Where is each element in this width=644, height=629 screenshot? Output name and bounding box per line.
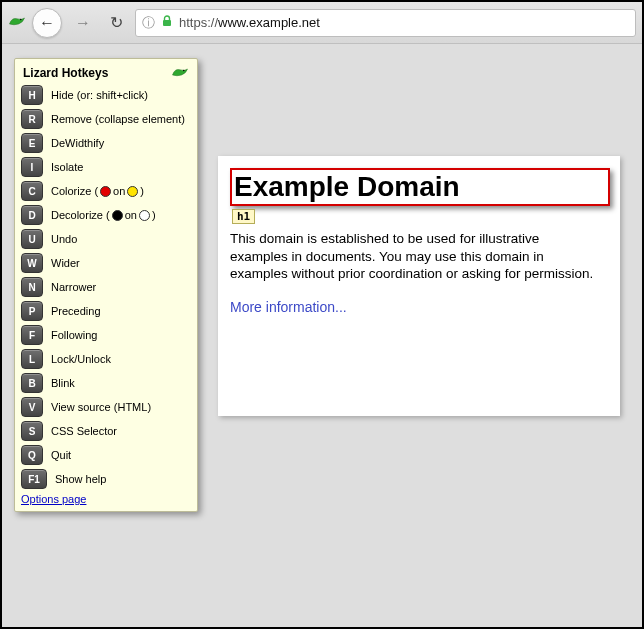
hotkey-key[interactable]: D — [21, 205, 43, 225]
hotkey-label: Hide (or: shift+click) — [51, 89, 148, 101]
info-icon: ⓘ — [142, 14, 155, 32]
hotkey-key[interactable]: C — [21, 181, 43, 201]
url-text: https://www.example.net — [179, 15, 320, 30]
hotkey-label: Blink — [51, 377, 75, 389]
arrow-left-icon: ← — [39, 15, 55, 31]
hotkey-key[interactable]: P — [21, 301, 43, 321]
hotkey-row: SCSS Selector — [21, 421, 191, 441]
hotkey-row: CColorize ( on ) — [21, 181, 191, 201]
more-information-link[interactable]: More information... — [230, 299, 347, 315]
hotkey-label: Quit — [51, 449, 71, 461]
hotkey-row: IIsolate — [21, 157, 191, 177]
hotkey-row: HHide (or: shift+click) — [21, 85, 191, 105]
options-page-link[interactable]: Options page — [21, 493, 86, 505]
selected-h1[interactable]: Example Domain — [230, 168, 610, 206]
hotkey-key[interactable]: N — [21, 277, 43, 297]
lock-icon — [161, 15, 173, 30]
hotkey-row: WWider — [21, 253, 191, 273]
browser-toolbar: ← → ↻ ⓘ https://www.example.net — [2, 2, 642, 44]
hotkey-key[interactable]: V — [21, 397, 43, 417]
hotkey-row: QQuit — [21, 445, 191, 465]
hotkey-label: Colorize ( on ) — [51, 185, 144, 197]
hotkey-key[interactable]: F1 — [21, 469, 47, 489]
back-button[interactable]: ← — [32, 8, 62, 38]
page-paragraph: This domain is established to be used fo… — [230, 230, 600, 283]
hotkey-key[interactable]: H — [21, 85, 43, 105]
yellow-dot-icon — [127, 186, 138, 197]
hotkey-label: Undo — [51, 233, 77, 245]
hotkey-row: VView source (HTML) — [21, 397, 191, 417]
svg-rect-1 — [163, 20, 171, 26]
hotkey-label: Decolorize ( on ) — [51, 209, 156, 221]
hotkey-label: Show help — [55, 473, 106, 485]
hotkey-label: DeWidthify — [51, 137, 104, 149]
hotkey-label: CSS Selector — [51, 425, 117, 437]
svg-point-0 — [20, 18, 22, 20]
page-viewport: Lizard Hotkeys HHide (or: shift+click)RR… — [2, 44, 642, 627]
hotkey-label: Following — [51, 329, 97, 341]
arrow-right-icon: → — [75, 15, 91, 31]
hotkey-label: Lock/Unlock — [51, 353, 111, 365]
hotkey-row: FFollowing — [21, 325, 191, 345]
hotkey-list: HHide (or: shift+click)RRemove (collapse… — [21, 85, 191, 489]
address-bar[interactable]: ⓘ https://www.example.net — [135, 9, 636, 37]
hotkey-key[interactable]: R — [21, 109, 43, 129]
hotkey-key[interactable]: E — [21, 133, 43, 153]
hotkey-key[interactable]: F — [21, 325, 43, 345]
hotkey-row: LLock/Unlock — [21, 349, 191, 369]
panel-header: Lizard Hotkeys — [21, 63, 191, 85]
lizard-icon — [171, 65, 189, 81]
hotkey-key[interactable]: Q — [21, 445, 43, 465]
lizard-hotkeys-panel: Lizard Hotkeys HHide (or: shift+click)RR… — [14, 58, 198, 512]
hotkey-row: PPreceding — [21, 301, 191, 321]
hotkey-row: NNarrower — [21, 277, 191, 297]
panel-title: Lizard Hotkeys — [23, 66, 108, 80]
hotkey-label: Isolate — [51, 161, 83, 173]
hotkey-label: Remove (collapse element) — [51, 113, 185, 125]
hotkey-key[interactable]: W — [21, 253, 43, 273]
white-dot-icon — [139, 210, 150, 221]
hotkey-key[interactable]: B — [21, 373, 43, 393]
hotkey-row: RRemove (collapse element) — [21, 109, 191, 129]
hotkey-label: Preceding — [51, 305, 101, 317]
hotkey-row: BBlink — [21, 373, 191, 393]
hotkey-key[interactable]: L — [21, 349, 43, 369]
hotkey-key[interactable]: U — [21, 229, 43, 249]
black-dot-icon — [112, 210, 123, 221]
hotkey-row: UUndo — [21, 229, 191, 249]
browser-window: ← → ↻ ⓘ https://www.example.net Lizard H… — [0, 0, 644, 629]
hotkey-key[interactable]: I — [21, 157, 43, 177]
hotkey-row: DDecolorize ( on ) — [21, 205, 191, 225]
hotkey-row: F1Show help — [21, 469, 191, 489]
page-content: Example Domain h1 This domain is establi… — [218, 156, 620, 416]
hotkey-label: Wider — [51, 257, 80, 269]
hotkey-label: View source (HTML) — [51, 401, 151, 413]
svg-point-2 — [183, 70, 185, 72]
hotkey-label: Narrower — [51, 281, 96, 293]
lizard-extension-icon[interactable] — [8, 14, 26, 32]
tag-badge: h1 — [232, 209, 255, 224]
red-dot-icon — [100, 186, 111, 197]
reload-button[interactable]: ↻ — [110, 13, 123, 32]
forward-button[interactable]: → — [68, 8, 98, 38]
hotkey-row: EDeWidthify — [21, 133, 191, 153]
hotkey-key[interactable]: S — [21, 421, 43, 441]
